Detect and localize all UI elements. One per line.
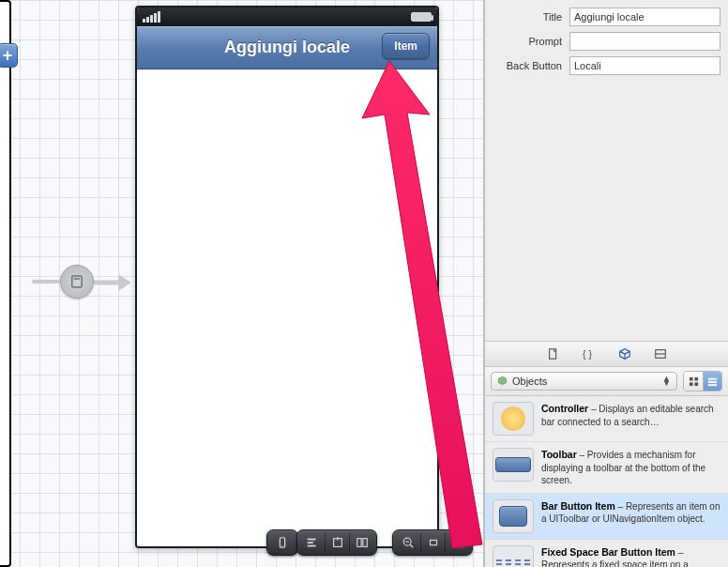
svg-point-5 bbox=[281, 545, 282, 546]
offscreen-add-button[interactable]: + bbox=[0, 43, 18, 68]
storyboard-canvas[interactable]: + Aggiungi locale Item bbox=[0, 0, 484, 567]
list-icon bbox=[707, 376, 718, 387]
cube-icon bbox=[617, 347, 632, 360]
film-icon bbox=[653, 347, 668, 360]
thumb-fixed-space bbox=[493, 545, 534, 568]
braces-icon: { } bbox=[582, 347, 597, 360]
library-tab-bar: { } bbox=[485, 341, 728, 367]
svg-rect-12 bbox=[362, 539, 366, 547]
attr-label-backbutton: Back Button bbox=[493, 60, 569, 71]
backbutton-field[interactable] bbox=[569, 56, 720, 75]
push-segue-icon bbox=[68, 273, 85, 290]
file-template-icon bbox=[546, 347, 561, 360]
zoom-fit-icon bbox=[427, 536, 440, 549]
svg-rect-34 bbox=[708, 381, 717, 383]
svg-rect-6 bbox=[308, 539, 316, 541]
cube-small-icon bbox=[497, 375, 508, 388]
library-item-bar-button-item[interactable]: Bar Button Item – Represents an item on … bbox=[485, 494, 728, 540]
iphone-icon bbox=[276, 536, 289, 549]
nav-right-bar-button[interactable]: Item bbox=[382, 33, 430, 59]
svg-rect-16 bbox=[430, 540, 436, 544]
title-field[interactable] bbox=[569, 8, 720, 26]
svg-rect-8 bbox=[308, 545, 316, 547]
svg-rect-29 bbox=[689, 376, 692, 380]
attr-label-title: Title bbox=[493, 11, 569, 23]
svg-text:{ }: { } bbox=[583, 348, 592, 360]
align-button-1[interactable] bbox=[300, 533, 325, 552]
library-item-text: Fixed Space Bar Button Item – Represents… bbox=[541, 545, 720, 568]
battery-icon bbox=[411, 12, 432, 22]
library-item-text: Toolbar – Provides a mechanism for displ… bbox=[541, 448, 720, 487]
library-tab-snippets[interactable]: { } bbox=[580, 346, 599, 361]
library-tab-file[interactable] bbox=[544, 346, 563, 361]
align-button-3[interactable] bbox=[349, 533, 373, 552]
view-mode-list-button[interactable] bbox=[703, 372, 721, 391]
zoom-out-button[interactable] bbox=[396, 533, 420, 552]
view-controller-content[interactable] bbox=[137, 69, 437, 546]
library-tab-objects[interactable] bbox=[615, 346, 634, 361]
canvas-device-button-group bbox=[266, 529, 298, 556]
grid-icon bbox=[689, 376, 699, 387]
library-item-fixed-space[interactable]: Fixed Space Bar Button Item – Represents… bbox=[485, 540, 728, 568]
library-item-text: Controller – Displays an editable search… bbox=[541, 402, 720, 436]
svg-rect-35 bbox=[708, 384, 717, 386]
resolve-icon bbox=[356, 536, 369, 549]
svg-rect-31 bbox=[689, 382, 692, 386]
thumb-toolbar bbox=[493, 448, 534, 482]
library-item-toolbar[interactable]: Toolbar – Provides a mechanism for displ… bbox=[485, 442, 728, 494]
svg-rect-0 bbox=[72, 276, 83, 287]
attr-row-title: Title bbox=[493, 8, 720, 26]
thumb-search-controller bbox=[493, 402, 534, 436]
svg-rect-7 bbox=[308, 542, 313, 544]
library-tab-media[interactable] bbox=[651, 346, 670, 361]
zoom-fit-button[interactable] bbox=[420, 533, 445, 552]
svg-rect-32 bbox=[694, 382, 698, 386]
svg-marker-3 bbox=[118, 274, 131, 291]
pin-icon bbox=[331, 536, 344, 549]
nav-title: Aggiungi locale bbox=[224, 38, 350, 57]
inspector-panel: Title Prompt Back Button { } bbox=[484, 0, 728, 567]
library-header: Objects ▲▼ bbox=[485, 367, 728, 396]
library-view-mode-segment bbox=[683, 371, 722, 391]
attr-label-prompt: Prompt bbox=[493, 36, 569, 47]
offscreen-mockup-edge bbox=[0, 0, 11, 567]
svg-rect-33 bbox=[708, 377, 717, 379]
zoom-in-icon bbox=[451, 536, 464, 549]
segue-arrow-icon bbox=[94, 272, 131, 293]
zoom-out-icon bbox=[402, 536, 415, 549]
objects-filter-label: Objects bbox=[512, 375, 547, 387]
stepper-arrows-icon: ▲▼ bbox=[662, 376, 671, 386]
svg-line-18 bbox=[460, 544, 463, 547]
thumb-bar-button-item bbox=[493, 499, 534, 533]
svg-line-14 bbox=[410, 544, 413, 547]
canvas-align-button-group bbox=[296, 529, 377, 556]
svg-rect-1 bbox=[74, 278, 80, 280]
attr-row-backbutton: Back Button bbox=[493, 56, 720, 75]
status-bar bbox=[137, 8, 437, 26]
attributes-panel: Title Prompt Back Button bbox=[485, 0, 728, 84]
iphone-mockup[interactable]: Aggiungi locale Item bbox=[135, 6, 439, 548]
attr-row-prompt: Prompt bbox=[493, 32, 720, 51]
inspector-empty-area bbox=[485, 84, 728, 341]
device-toggle-button[interactable] bbox=[270, 533, 295, 552]
segue-node[interactable] bbox=[60, 265, 94, 299]
view-mode-grid-button[interactable] bbox=[684, 372, 703, 391]
objects-filter-dropdown[interactable]: Objects ▲▼ bbox=[491, 372, 677, 391]
library-item-search-controller[interactable]: Controller – Displays an editable search… bbox=[485, 396, 728, 442]
signal-icon bbox=[143, 11, 160, 23]
zoom-in-button[interactable] bbox=[445, 533, 469, 552]
svg-marker-28 bbox=[498, 376, 506, 384]
align-button-2[interactable] bbox=[325, 533, 349, 552]
canvas-zoom-button-group bbox=[392, 529, 473, 556]
svg-rect-30 bbox=[694, 376, 698, 380]
library-item-text: Bar Button Item – Represents an item on … bbox=[541, 499, 720, 533]
segue-line bbox=[32, 280, 60, 284]
navigation-bar[interactable]: Aggiungi locale Item bbox=[137, 26, 437, 69]
align-left-icon bbox=[306, 536, 319, 549]
prompt-field[interactable] bbox=[569, 32, 720, 51]
library-object-list[interactable]: Controller – Displays an editable search… bbox=[485, 396, 728, 567]
svg-rect-11 bbox=[356, 539, 360, 547]
